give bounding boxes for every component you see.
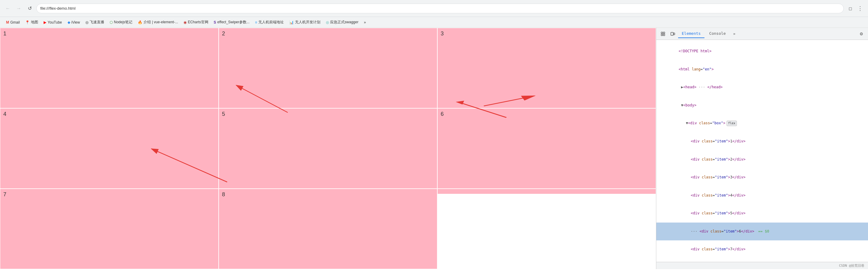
dom-line-box[interactable]: ▼<div class="box">flex xyxy=(656,114,868,133)
maps-label: 地图 xyxy=(31,20,38,25)
dom-line-doctype[interactable]: <!DOCTYPE html> xyxy=(656,42,868,61)
gmail-label: Gmail xyxy=(10,20,20,25)
bookmark-iview[interactable]: ◆ iView xyxy=(65,19,82,26)
back-button[interactable]: ← xyxy=(4,4,12,13)
tab-elements[interactable]: Elements xyxy=(678,29,705,38)
bookmark-drone-plan[interactable]: 📊 无人机开发计划 xyxy=(287,19,323,26)
dom-line-body-open[interactable]: ▼<body> xyxy=(656,97,868,115)
bookmark-youtube[interactable]: ▶ YouTube xyxy=(41,19,64,26)
menu-button[interactable]: ⋮ xyxy=(856,4,864,13)
browser-toolbar: ← → ↺ file:///flex-demo.html ◻ ⋮ xyxy=(0,0,868,17)
item-3-label: 3 xyxy=(441,31,444,37)
svg-rect-14 xyxy=(674,33,675,35)
bookmark-swiper[interactable]: S effect_Swiper参数... xyxy=(211,19,252,26)
devtools-footer: CSDN @拾荒旧巷 xyxy=(656,262,868,269)
item-4-label: 4 xyxy=(3,111,6,117)
html-tag: <html xyxy=(679,67,692,71)
svg-rect-10 xyxy=(663,32,665,34)
iview-icon: ◆ xyxy=(67,20,70,25)
vue-icon: 🔥 xyxy=(138,20,142,25)
reload-button[interactable]: ↺ xyxy=(26,4,34,13)
livestream-icon: ◎ xyxy=(85,20,88,25)
youtube-icon: ▶ xyxy=(43,20,46,25)
youtube-label: YouTube xyxy=(48,20,62,25)
bookmark-gmail[interactable]: M Gmail xyxy=(4,19,22,26)
address-bar[interactable]: file:///flex-demo.html xyxy=(36,4,844,13)
bookmark-nodejs[interactable]: ⬡ Nodejs笔记 xyxy=(107,19,135,26)
tab-more[interactable]: » xyxy=(731,30,738,38)
head-toggle: ▶ xyxy=(681,85,683,89)
flex-badge: flex xyxy=(726,120,737,126)
swiper-label: effect_Swiper参数... xyxy=(217,20,250,25)
livestream-label: 飞速直播 xyxy=(90,20,104,25)
item-5: 5 xyxy=(219,108,437,189)
dom-tree: <!DOCTYPE html> <html lang="en"> ▶<head>… xyxy=(656,40,868,262)
tab-console[interactable]: Console xyxy=(706,29,730,38)
devtools-device-icon[interactable] xyxy=(669,30,677,38)
drone-plan-label: 无人机开发计划 xyxy=(295,20,320,25)
dom-line-html[interactable]: <html lang="en"> xyxy=(656,61,868,79)
dom-line-item3[interactable]: <div class="item">3</div> xyxy=(656,168,868,186)
dom-line-item7[interactable]: <div class="item">7</div> xyxy=(656,240,868,258)
dom-line-item1[interactable]: <div class="item">1</div> xyxy=(656,133,868,150)
svg-rect-12 xyxy=(663,34,665,36)
box-toggle: ▼ xyxy=(686,121,688,125)
dom-line-item2[interactable]: <div class="item">2</div> xyxy=(656,150,868,168)
tab-console-label: Console xyxy=(709,31,726,36)
swiper-icon: S xyxy=(214,20,216,25)
tab-more-label: » xyxy=(733,31,735,36)
dom-line-item6[interactable]: ··· <div class="item">6</div> == $0 xyxy=(656,222,868,241)
devtools-inspect-icon[interactable] xyxy=(659,30,667,38)
dom-line-item8[interactable]: <div class="item">8</div> xyxy=(656,258,868,262)
item-4: 4 xyxy=(0,108,219,189)
echarts-label: ECharts官网 xyxy=(188,20,208,25)
item-1-label: 1 xyxy=(3,31,6,37)
devtools-panel: Elements Console » ⚙ <!DOCTYPE html> <ht… xyxy=(656,28,868,269)
item-2: 2 xyxy=(219,28,437,108)
toolbar-icons: ◻ ⋮ xyxy=(846,4,864,13)
item-6: 6 xyxy=(437,108,656,189)
dom-line-item5[interactable]: <div class="item">5</div> xyxy=(656,204,868,222)
bookmark-livestream[interactable]: ◎ 飞速直播 xyxy=(83,19,106,26)
bookmark-echarts[interactable]: ◉ ECharts官网 xyxy=(181,19,211,26)
item-7: 7 xyxy=(0,189,219,269)
bookmark-drone-frontend[interactable]: ≡ 无人机前端地址 xyxy=(253,19,286,26)
maps-icon: 📍 xyxy=(25,20,30,25)
more-label: » xyxy=(364,20,366,25)
drone-frontend-icon: ≡ xyxy=(255,20,257,25)
svg-rect-9 xyxy=(661,32,663,34)
url-text: file:///flex-demo.html xyxy=(40,6,75,10)
drone-plan-icon: 📊 xyxy=(289,20,294,25)
item-3: 3 xyxy=(437,28,656,108)
devtools-tabs-bar: Elements Console » ⚙ xyxy=(656,28,868,40)
page-content: 1 2 3 4 5 6 7 8 xyxy=(0,28,656,269)
item-8: 8 xyxy=(219,189,437,269)
forward-button[interactable]: → xyxy=(14,4,23,13)
svg-rect-13 xyxy=(671,32,673,35)
svg-rect-11 xyxy=(661,34,663,36)
iview-label: iView xyxy=(71,20,80,25)
dom-line-head[interactable]: ▶<head> ··· </head> xyxy=(656,78,868,97)
flex-box: 1 2 3 4 5 6 7 8 xyxy=(0,28,656,269)
item-5-label: 5 xyxy=(222,111,225,117)
vue-label: 介绍 | vue-element-... xyxy=(144,20,178,25)
item-8-label: 8 xyxy=(222,191,225,198)
bookmark-vue[interactable]: 🔥 介绍 | vue-element-... xyxy=(135,19,181,26)
item-2-label: 2 xyxy=(222,31,225,37)
drone-frontend-label: 无人机前端地址 xyxy=(258,20,284,25)
item-1: 1 xyxy=(0,28,219,108)
swagger-icon: ◎ xyxy=(326,20,329,25)
gmail-icon: M xyxy=(6,20,9,25)
extensions-button[interactable]: ◻ xyxy=(846,4,855,13)
bookmarks-bar: M Gmail 📍 地图 ▶ YouTube ◆ iView ◎ 飞速直播 ⬡ … xyxy=(0,17,868,28)
bookmark-maps[interactable]: 📍 地图 xyxy=(23,19,40,26)
item-7-label: 7 xyxy=(3,191,6,198)
dom-line-item4[interactable]: <div class="item">4</div> xyxy=(656,186,868,205)
bookmark-more[interactable]: » xyxy=(361,19,368,26)
bookmark-swagger[interactable]: ◎ 应急正式swagger xyxy=(323,19,361,26)
item-6-label: 6 xyxy=(441,111,444,117)
main-area: 1 2 3 4 5 6 7 8 xyxy=(0,28,868,269)
footer-watermark: CSDN @拾荒旧巷 xyxy=(839,264,864,268)
devtools-gear-button[interactable]: ⚙ xyxy=(857,30,866,38)
selected-indicator: == $0 xyxy=(756,229,769,234)
